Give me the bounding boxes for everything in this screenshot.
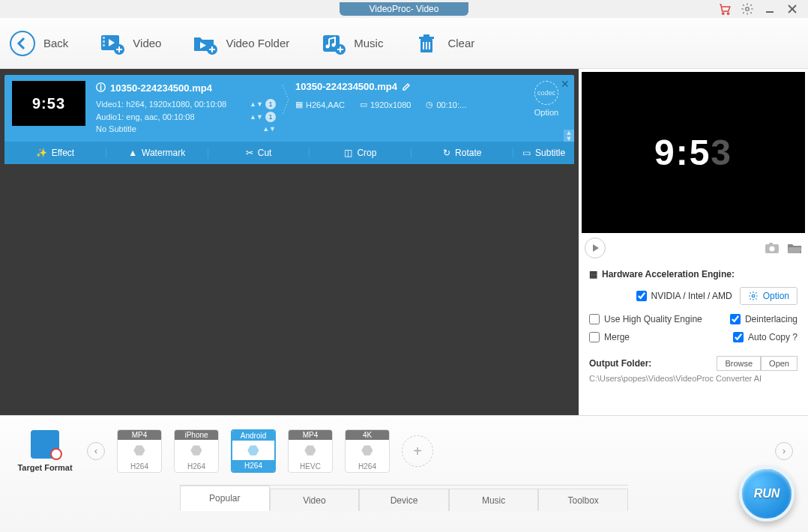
svg-point-20 bbox=[326, 44, 330, 48]
target-format-label: Target Format bbox=[17, 463, 72, 472]
video-track-select-icon[interactable]: ▲▼ bbox=[250, 100, 263, 108]
add-music-button[interactable]: Music bbox=[319, 30, 383, 57]
add-video-folder-button[interactable]: Video Folder bbox=[191, 30, 289, 57]
format-icon: ⬣ bbox=[247, 441, 259, 460]
svg-rect-8 bbox=[103, 37, 105, 39]
codec-option-button[interactable]: codec Option bbox=[526, 81, 567, 117]
trash-icon bbox=[413, 30, 440, 57]
crop-button[interactable]: ◫Crop bbox=[310, 148, 411, 158]
hq-checkbox[interactable]: Use High Quality Engine bbox=[589, 314, 702, 324]
subtitle-select-icon[interactable]: ▲▼ bbox=[262, 125, 276, 133]
merge-checkbox[interactable]: Merge bbox=[589, 332, 630, 342]
video-item[interactable]: ✕ 9:53 ⓘ 10350-224234500.mp4 Video1: h26… bbox=[4, 75, 574, 164]
tab-device[interactable]: Device bbox=[359, 489, 449, 511]
input-filename: 10350-224234500.mp4 bbox=[110, 82, 212, 94]
crop-icon: ◫ bbox=[344, 148, 352, 158]
svg-point-0 bbox=[723, 13, 724, 14]
format-tabs: Popular Video Device Music Toolbox bbox=[180, 485, 628, 510]
codec-spec-icon: ▦ bbox=[295, 100, 303, 109]
info-icon: ⓘ bbox=[96, 81, 106, 94]
arrow-icon bbox=[280, 81, 291, 118]
cut-button[interactable]: ✂Cut bbox=[208, 148, 310, 158]
format-4k-h264[interactable]: 4K ⬣ H264 bbox=[345, 429, 390, 473]
move-down-icon[interactable]: ▼ bbox=[564, 136, 574, 142]
output-resolution: 1920x1080 bbox=[370, 100, 411, 109]
codec-gear-icon: codec bbox=[534, 81, 558, 105]
svg-point-6 bbox=[10, 31, 34, 55]
format-icon: ⬣ bbox=[190, 440, 202, 461]
format-icon: ⬣ bbox=[304, 440, 316, 461]
bottom-bar: Target Format ‹ MP4 ⬣ H264 iPhone ⬣ H264… bbox=[0, 415, 808, 532]
nvidia-checkbox[interactable]: NVIDIA / Intel / AMD bbox=[636, 291, 732, 301]
hw-title: Hardware Acceleration Engine: bbox=[602, 269, 735, 279]
video-icon bbox=[98, 30, 125, 57]
autocopy-checkbox[interactable]: Auto Copy ? bbox=[733, 332, 798, 342]
back-label: Back bbox=[43, 37, 68, 49]
add-format-button[interactable]: + bbox=[402, 435, 433, 467]
close-icon[interactable] bbox=[786, 2, 799, 16]
deinterlacing-checkbox[interactable]: Deinterlacing bbox=[730, 314, 798, 324]
gear-icon bbox=[748, 291, 759, 301]
back-button[interactable]: Back bbox=[9, 30, 68, 57]
open-button[interactable]: Open bbox=[761, 356, 798, 371]
svg-rect-34 bbox=[769, 243, 773, 245]
svg-marker-31 bbox=[593, 244, 599, 252]
watermark-button[interactable]: ▲Watermark bbox=[106, 148, 208, 158]
hw-option-button[interactable]: Option bbox=[740, 287, 798, 305]
output-codec: H264,AAC bbox=[306, 100, 345, 109]
clear-button[interactable]: Clear bbox=[413, 30, 474, 57]
effect-icon: ✨ bbox=[36, 148, 47, 158]
reorder-controls: ▲ ▼ bbox=[564, 130, 574, 142]
play-button[interactable] bbox=[585, 238, 606, 259]
edit-actions: ✨Effect ▲Watermark ✂Cut ◫Crop ↻Rotate ▭S… bbox=[4, 142, 574, 164]
format-next-button[interactable]: › bbox=[775, 442, 793, 460]
preview-controls bbox=[579, 235, 808, 262]
video-track-info: Video1: h264, 1920x1080, 00:10:08 bbox=[96, 100, 226, 109]
preview-time-dim: 3 bbox=[711, 132, 732, 173]
tab-toolbox[interactable]: Toolbox bbox=[538, 489, 628, 511]
format-iphone-h264[interactable]: iPhone ⬣ H264 bbox=[174, 429, 219, 473]
settings-icon[interactable] bbox=[741, 2, 754, 16]
svg-rect-27 bbox=[423, 34, 429, 37]
rotate-button[interactable]: ↻Rotate bbox=[411, 148, 513, 158]
add-video-button[interactable]: Video bbox=[98, 30, 161, 57]
cut-icon: ✂ bbox=[246, 148, 253, 158]
svg-point-21 bbox=[332, 43, 336, 46]
main-toolbar: Back Video Video Folder Music Clear bbox=[0, 18, 808, 69]
browse-button[interactable]: Browse bbox=[717, 356, 761, 371]
format-android-h264[interactable]: Android ⬣ H264 bbox=[231, 429, 276, 473]
target-format-button[interactable]: Target Format bbox=[15, 430, 75, 472]
effect-button[interactable]: ✨Effect bbox=[4, 148, 106, 158]
codec-option-label: Option bbox=[534, 108, 558, 117]
open-folder-icon[interactable] bbox=[787, 242, 802, 254]
video-label: Video bbox=[133, 37, 161, 49]
format-prev-button[interactable]: ‹ bbox=[87, 442, 105, 460]
output-duration: 00:10:... bbox=[436, 100, 466, 109]
target-format-icon bbox=[31, 430, 59, 459]
preview-window: 9:53 bbox=[582, 72, 805, 233]
output-folder-label: Output Folder: bbox=[589, 358, 651, 369]
format-mp4-h264[interactable]: MP4 ⬣ H264 bbox=[117, 429, 162, 473]
audio-track-select-icon[interactable]: ▲▼ bbox=[250, 113, 263, 121]
snapshot-icon[interactable] bbox=[765, 242, 780, 254]
format-strip: Target Format ‹ MP4 ⬣ H264 iPhone ⬣ H264… bbox=[0, 416, 808, 477]
video-folder-label: Video Folder bbox=[226, 37, 289, 49]
minimize-icon[interactable] bbox=[763, 2, 777, 16]
svg-point-1 bbox=[727, 13, 729, 14]
subtitle-icon: ▭ bbox=[522, 148, 531, 158]
duration-spec-icon: ◷ bbox=[426, 100, 433, 109]
chip-icon: ▦ bbox=[589, 269, 597, 279]
cart-icon[interactable] bbox=[718, 2, 732, 16]
svg-point-33 bbox=[770, 247, 775, 252]
format-icon: ⬣ bbox=[361, 440, 373, 461]
tab-video[interactable]: Video bbox=[270, 489, 360, 511]
output-filename: 10350-224234500.mp4 bbox=[295, 81, 397, 92]
tab-music[interactable]: Music bbox=[449, 489, 539, 511]
format-mp4-hevc[interactable]: MP4 ⬣ HEVC bbox=[288, 429, 333, 473]
edit-filename-icon[interactable] bbox=[402, 82, 411, 91]
run-button[interactable]: RUN bbox=[739, 466, 795, 522]
subtitle-button[interactable]: ▭Subtitle bbox=[513, 148, 574, 158]
output-info: 10350-224234500.mp4 ▦H264,AAC ▭1920x1080… bbox=[291, 81, 526, 109]
tab-popular[interactable]: Popular bbox=[180, 486, 270, 511]
video-track-badge: 1 bbox=[265, 99, 276, 109]
